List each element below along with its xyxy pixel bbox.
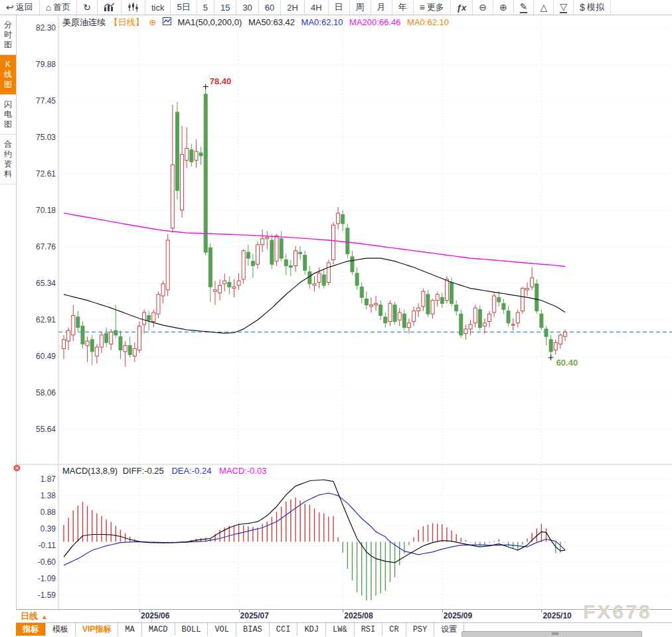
charting-app: 82.3079.8877.4575.0372.6170.1867.7665.34… (0, 0, 672, 637)
interval-year-button[interactable]: 年 (392, 0, 414, 15)
interval-4h-button[interactable]: 4H (305, 0, 329, 15)
toolbar: ↩返回⌂首页↻tick5日51530602H4H日周月年≡更多ƒx⊖⊕✎△▽$模… (0, 0, 672, 15)
pencil-icon: ✎ (520, 2, 528, 13)
tab-cci[interactable]: CCI (270, 623, 298, 636)
tab-psy[interactable]: PSY (406, 623, 435, 636)
interval-30m-button[interactable]: 30 (236, 0, 258, 15)
kline-chart-button[interactable] (122, 0, 145, 15)
zoom-out-button[interactable]: ⊖ (473, 0, 493, 15)
x-axis-label: 2025/07 (240, 611, 269, 620)
svg-text:-0.60: -0.60 (38, 557, 56, 567)
indicator-settings-icon[interactable]: ❂ (13, 464, 21, 472)
x-axis-label: 2025/09 (444, 611, 472, 620)
interval-5d-button[interactable]: 5日 (171, 0, 197, 15)
indicator-fx-button[interactable]: ƒx (451, 0, 473, 15)
macd-value: MACD:-0.03 (219, 466, 267, 476)
sidebar-item-lightning-chart[interactable]: 闪电图 (0, 95, 16, 135)
zoom-in-button[interactable]: ⊕ (493, 0, 514, 15)
price-chart-legend: 美原油连续 【日线】 ⊕ MA1(50,0,200,0) MA50:63.42 … (62, 17, 453, 29)
interval-30m-button-label: 30 (242, 3, 252, 13)
interval-month-button[interactable]: 月 (371, 0, 392, 15)
ma-settings-label: MA1(50,0,200,0) (177, 17, 242, 27)
add-indicator-icon[interactable]: ⊕ (149, 17, 156, 27)
month-tick (343, 610, 343, 612)
tab-lw[interactable]: LW& (326, 623, 355, 636)
interval-week-button[interactable]: 周 (350, 0, 371, 15)
interval-60m-button[interactable]: 60 (259, 0, 281, 15)
sidebar-item-kline-chart[interactable]: K线图 (0, 55, 16, 95)
interval-5d-button-label: 5日 (177, 1, 190, 13)
tab-settings[interactable]: 设置 (434, 623, 464, 636)
interval-month-button-label: 月 (377, 1, 386, 13)
ma50-value: MA50:63.42 (248, 17, 295, 27)
svg-text:0.88: 0.88 (41, 508, 56, 517)
svg-text:1.38: 1.38 (41, 491, 56, 500)
interval-day-button[interactable]: 日 (329, 0, 350, 15)
area-chart-button[interactable] (98, 0, 122, 15)
shape-down-button[interactable]: ▽ (554, 0, 574, 15)
dea-value: DEA:-0.24 (171, 466, 211, 476)
interval-15m-button[interactable]: 15 (214, 0, 236, 15)
interval-day-button-label: 日 (335, 1, 343, 13)
ma0-value-orange: MA0:62.10 (407, 17, 449, 27)
x-axis-label: 2025/10 (543, 611, 571, 620)
interval-60m-button-label: 60 (265, 3, 274, 13)
svg-text:65.34: 65.34 (36, 279, 56, 288)
interval-5m-button[interactable]: 5 (197, 0, 214, 15)
symbol-name: 美原油连续 (62, 17, 106, 27)
triangle-up-icon: △ (540, 3, 547, 12)
refresh-icon: ↻ (83, 3, 91, 12)
interval-15m-button-label: 15 (220, 3, 230, 13)
tab-boll[interactable]: BOLL (175, 623, 209, 636)
chart-canvas[interactable]: 82.3079.8877.4575.0372.6170.1867.7665.34… (0, 0, 672, 637)
tab-kdj[interactable]: KDJ (297, 623, 326, 636)
candlestick-icon (127, 3, 139, 12)
shape-up-button[interactable]: △ (534, 0, 554, 15)
simulate-button[interactable]: $模拟 (574, 0, 611, 15)
refresh-button[interactable]: ↻ (77, 0, 98, 15)
month-tick (239, 610, 240, 612)
simulate-button-label: 模拟 (587, 1, 604, 13)
tab-bias[interactable]: BIAS (236, 623, 270, 636)
home-button[interactable]: ⌂首页 (40, 0, 77, 15)
month-tick (139, 610, 140, 612)
period-selector-label: 日线 (21, 611, 38, 621)
tab-ma[interactable]: MA (118, 623, 141, 636)
period-label: 【日线】 (110, 17, 144, 27)
scrollbar-grip (552, 632, 558, 635)
sidebar-item-contract-info-label: 合约资料 (3, 139, 13, 179)
svg-text:75.03: 75.03 (36, 133, 56, 142)
tab-rsi[interactable]: RSI (355, 623, 383, 636)
tab-macd[interactable]: MACD (142, 623, 175, 636)
month-tick (541, 610, 542, 612)
back-button[interactable]: ↩返回 (0, 0, 40, 15)
interval-tick-button[interactable]: tick (145, 0, 171, 15)
triangle-down-icon: ▽ (560, 2, 567, 13)
interval-tick-button-label: tick (151, 3, 165, 13)
tab-templates[interactable]: 模板 (46, 623, 76, 636)
svg-text:60.40: 60.40 (556, 358, 578, 368)
period-selector[interactable]: 日线▲ (16, 610, 152, 622)
x-axis-label: 2025/08 (344, 611, 373, 620)
sidebar-item-time-chart-label: 分时图 (3, 20, 13, 50)
interval-2h-button[interactable]: 2H (281, 0, 305, 15)
mini-chart-icon (163, 17, 171, 25)
more-button[interactable]: ≡更多 (414, 0, 451, 15)
sidebar-item-lightning-chart-label: 闪电图 (3, 100, 13, 129)
tab-indicators[interactable]: 指标 (16, 623, 46, 636)
diff-value: DIFF:-0.25 (123, 466, 164, 476)
home-button-label: 首页 (53, 1, 70, 13)
sidebar-item-time-chart[interactable]: 分时图 (0, 15, 16, 55)
tab-vol[interactable]: VOL (208, 623, 236, 636)
horizontal-scrollbar[interactable] (462, 631, 642, 637)
svg-text:1.87: 1.87 (41, 474, 56, 484)
sidebar-item-kline-chart-label: K线图 (3, 60, 13, 90)
svg-text:0.39: 0.39 (41, 524, 56, 533)
svg-text:58.06: 58.06 (36, 388, 56, 397)
tab-vip-indicators[interactable]: VIP指标 (76, 623, 118, 636)
macd-params-label: MACD(13,8,9) (62, 466, 118, 476)
sidebar-item-contract-info[interactable]: 合约资料 (0, 135, 16, 184)
draw-button[interactable]: ✎ (514, 0, 535, 15)
svg-text:-0.11: -0.11 (39, 541, 56, 550)
tab-cr[interactable]: CR (382, 623, 406, 636)
